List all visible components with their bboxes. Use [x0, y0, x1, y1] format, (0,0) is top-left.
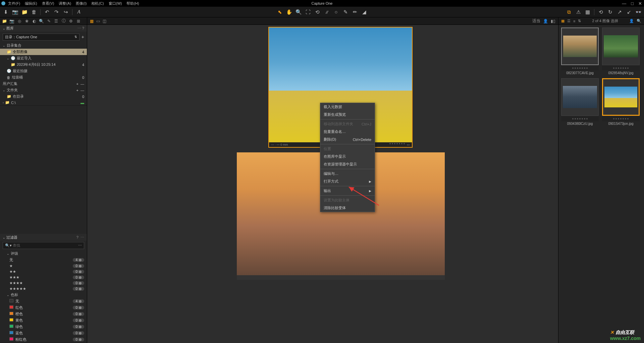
zoom-icon[interactable]: 🔍 — [296, 9, 302, 15]
rating-none[interactable]: 无4 — [0, 257, 87, 263]
drive-row[interactable]: › 📁 C:\▬ — [0, 100, 87, 105]
menu-window[interactable]: 窗口(W) — [109, 1, 122, 6]
ctx-regenerate-preview[interactable]: 重新生成预览 — [320, 111, 375, 118]
color-orange[interactable]: 橙色0 — [0, 311, 87, 317]
folder-icon[interactable]: 📁 — [21, 9, 28, 15]
menu-edit[interactable]: 编辑(E) — [25, 1, 37, 6]
grid-icon[interactable]: ▦ — [585, 9, 591, 15]
color-pink[interactable]: 粉红色0 — [0, 336, 87, 343]
ctx-show-explorer[interactable]: 在资源管理器中显示 — [320, 160, 375, 168]
text-style-icon[interactable]: A — [76, 9, 82, 15]
library-header[interactable]: ⌄ 图库 ⋯ ? — [0, 25, 87, 32]
menu-adjust[interactable]: 调整(A) — [59, 1, 71, 6]
ctx-export[interactable]: 输出▶ — [320, 187, 375, 195]
color-yellow[interactable]: 黄色0 — [0, 317, 87, 324]
tab-exposure-icon[interactable]: ◐ — [32, 18, 37, 23]
recent-import-date-row[interactable]: 📁 2023年4月6日 10:25:144 — [0, 61, 87, 68]
user-icon[interactable]: 👤 — [543, 19, 548, 23]
tab-color-icon[interactable]: ❀ — [24, 18, 29, 23]
thumbnail-4[interactable]: 0901S473jon.jpg — [602, 78, 640, 126]
add-catalog-button[interactable]: + — [82, 34, 84, 40]
ctx-edit-with[interactable]: 编辑与… — [320, 170, 375, 178]
tab-details-icon[interactable]: 🔍 — [39, 18, 44, 23]
pasteadj-icon[interactable]: ↙ — [626, 9, 632, 15]
tab-adjust-icon[interactable]: ☰ — [54, 18, 59, 23]
glasses-icon[interactable]: 👓 — [635, 9, 641, 15]
camera-icon[interactable]: 📷 — [12, 9, 18, 15]
rotate-icon[interactable]: ⟲ — [314, 9, 320, 15]
menu-view[interactable]: 查看(V) — [42, 1, 54, 6]
thumb-list-icon[interactable]: ☰ — [567, 19, 571, 23]
collections-header[interactable]: ⌄ 目录集合 — [0, 42, 87, 49]
thumbnail-3[interactable]: 0934380lCzU.jpg — [561, 78, 599, 126]
battery-icon[interactable]: ▮▯ — [551, 19, 555, 23]
ctx-batch-rename[interactable]: 批量重命名… — [320, 128, 375, 136]
color-red[interactable]: 红色0 — [0, 304, 87, 311]
warning-icon[interactable]: ⚠ — [575, 9, 581, 15]
tab-local-icon[interactable]: ✎ — [46, 18, 51, 23]
menu-help[interactable]: 帮助(H) — [126, 1, 139, 6]
thumbnail-2[interactable]: 0928548sjNV.jpg — [602, 28, 640, 75]
filter-header[interactable]: ⌄ 过滤器 ? ⋯ — [0, 234, 87, 241]
tab-library-icon[interactable]: 📁 — [2, 18, 7, 23]
catalog-select[interactable]: 目录：Capture One⇅ — [3, 34, 79, 41]
import-icon[interactable]: ⬇ — [3, 9, 9, 15]
rating-4[interactable]: ★★★★0 — [0, 280, 87, 286]
menu-camera[interactable]: 相机(C) — [91, 1, 104, 6]
ctx-load-metadata[interactable]: 载入元数据 — [320, 103, 375, 111]
trash-row[interactable]: 🗑 垃圾桶0 — [0, 74, 87, 81]
all-images-row[interactable]: 📁 全部图像4 — [0, 49, 87, 55]
grid-view-icon[interactable]: ▦ — [90, 19, 94, 23]
filter-search[interactable]: 🔍▾ 查找⋯ — [3, 242, 84, 249]
user2-icon[interactable]: 👤 — [629, 19, 634, 23]
reset-icon[interactable]: ⟲ — [598, 9, 604, 15]
rating-1[interactable]: ★0 — [0, 263, 87, 269]
tab-batch-icon[interactable]: ⊞ — [76, 18, 81, 23]
search2-icon[interactable]: 🔍 — [637, 19, 641, 23]
ctx-show-library[interactable]: 在图库中显示 — [320, 153, 375, 160]
hand-icon[interactable]: ✋ — [286, 9, 292, 15]
ctx-clear-compare[interactable]: 清除比较变体 — [320, 204, 375, 212]
refresh-icon[interactable]: ↻ — [607, 9, 613, 15]
ctx-delete[interactable]: 删除(D)Ctrl+Delete — [320, 136, 375, 143]
color-none[interactable]: 无4 — [0, 298, 87, 304]
redo2-icon[interactable]: ↪ — [63, 9, 69, 15]
keystone-icon[interactable]: ⫽ — [324, 9, 330, 15]
folders-header-row[interactable]: ⌄ 文件夹+ — — [0, 87, 87, 93]
menu-image[interactable]: 图像(I) — [76, 1, 87, 6]
menu-file[interactable]: 文件(F) — [8, 1, 20, 6]
color-group[interactable]: ⌄ 色标 — [0, 292, 87, 298]
copyadj-icon[interactable]: ↗ — [616, 9, 623, 15]
eraser-icon[interactable]: ◢ — [361, 9, 367, 15]
user-collections-row[interactable]: 用户汇集+ — — [0, 81, 87, 87]
recent-import-row[interactable]: ⌄ 🕐 最近导入 — [0, 55, 87, 61]
maximize-button[interactable]: □ — [631, 1, 634, 6]
rating-3[interactable]: ★★★0 — [0, 275, 87, 280]
thumb-detail-icon[interactable]: ≡ — [573, 19, 575, 23]
color-green[interactable]: 绿色0 — [0, 324, 87, 330]
thumb-grid-icon[interactable]: ▦ — [561, 19, 565, 23]
sort-icon[interactable]: ⇅ — [578, 19, 581, 23]
color-blue[interactable]: 蓝色0 — [0, 330, 87, 336]
crop-icon[interactable]: ⛶ — [305, 9, 311, 15]
split-view-icon[interactable]: ◫ — [103, 19, 106, 23]
undo-icon[interactable]: ↶ — [44, 9, 50, 15]
cursor-icon[interactable]: ⬉ — [277, 9, 283, 15]
rating-group[interactable]: ⌄ 评级 — [0, 250, 87, 257]
single-view-icon[interactable]: ▭ — [96, 19, 100, 23]
spot-icon[interactable]: ○ — [333, 9, 339, 15]
compare-icon[interactable]: ⧉ — [566, 9, 572, 15]
tab-output-icon[interactable]: ⚙ — [68, 18, 73, 23]
tab-lens-icon[interactable]: ◎ — [17, 18, 22, 23]
brush-icon[interactable]: ✎ — [342, 9, 348, 15]
in-catalog-row[interactable]: 📁 在目录0 — [0, 93, 87, 100]
recent-capture-row[interactable]: 🕐 最近拍摄 — [0, 68, 87, 74]
rating-5[interactable]: ★★★★★0 — [0, 286, 87, 292]
close-button[interactable]: ✕ — [638, 1, 642, 6]
brush2-icon[interactable]: ✏ — [352, 9, 358, 15]
tab-capture-icon[interactable]: 📷 — [9, 18, 14, 23]
delete-icon[interactable]: 🗑 — [31, 9, 37, 15]
thumbnail-1[interactable]: 0823077CAVE.jpg — [561, 28, 599, 75]
ctx-open-with[interactable]: 打开方式▶ — [320, 178, 375, 185]
redo-icon[interactable]: ↷ — [53, 9, 59, 15]
